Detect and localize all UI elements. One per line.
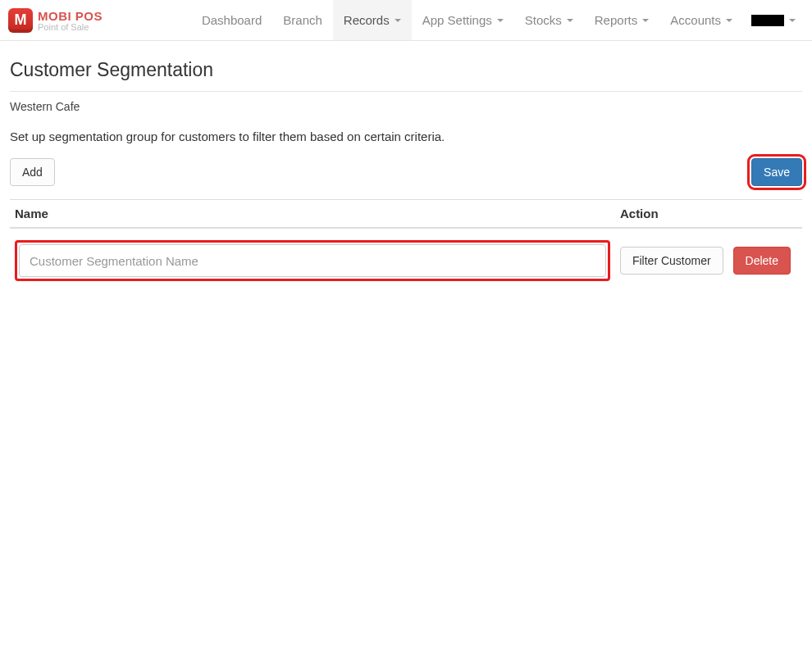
nav-dashboard-label: Dashboard — [202, 13, 262, 27]
brand-badge-icon — [8, 8, 33, 33]
branch-name: Western Cafe — [10, 92, 802, 118]
nav-app-settings-label: App Settings — [422, 13, 492, 27]
brand-tagline: Point of Sale — [38, 23, 103, 31]
col-header-action: Action — [615, 200, 802, 229]
nav-records[interactable]: Records — [333, 0, 412, 40]
caret-down-icon — [726, 19, 732, 22]
nav-reports-label: Reports — [595, 13, 638, 27]
page-description: Set up segmentation group for customers … — [10, 118, 802, 158]
top-navbar: MOBI POS Point of Sale Dashboard Branch … — [0, 0, 812, 41]
caret-down-icon — [497, 19, 504, 22]
nav-app-settings[interactable]: App Settings — [412, 0, 514, 40]
filter-customer-button[interactable]: Filter Customer — [620, 247, 723, 275]
toolbar: Add Save — [10, 158, 802, 199]
nav-links: Dashboard Branch Records App Settings St… — [191, 0, 804, 40]
user-name-redacted — [751, 15, 784, 26]
segmentation-name-highlight — [15, 240, 610, 281]
nav-records-label: Records — [344, 13, 390, 27]
nav-branch-label: Branch — [283, 13, 322, 27]
nav-reports[interactable]: Reports — [584, 0, 660, 40]
user-menu[interactable] — [743, 0, 804, 40]
table-row: Filter Customer Delete — [10, 228, 802, 293]
page-content: Customer Segmentation Western Cafe Set u… — [0, 41, 812, 302]
brand-name: MOBI POS — [38, 9, 103, 23]
delete-button[interactable]: Delete — [733, 247, 791, 275]
brand-logo[interactable]: MOBI POS Point of Sale — [8, 8, 103, 33]
caret-down-icon — [789, 19, 796, 22]
nav-accounts-label: Accounts — [670, 13, 721, 27]
caret-down-icon — [395, 19, 401, 22]
save-button[interactable]: Save — [751, 158, 802, 186]
nav-accounts[interactable]: Accounts — [659, 0, 743, 40]
caret-down-icon — [567, 19, 573, 22]
col-header-name: Name — [10, 200, 615, 229]
nav-dashboard[interactable]: Dashboard — [191, 0, 272, 40]
caret-down-icon — [642, 19, 649, 22]
nav-stocks[interactable]: Stocks — [514, 0, 584, 40]
nav-stocks-label: Stocks — [525, 13, 562, 27]
segmentation-table: Name Action Filter Customer Delete — [10, 199, 802, 293]
nav-branch[interactable]: Branch — [272, 0, 333, 40]
page-title: Customer Segmentation — [10, 51, 802, 91]
segmentation-name-input[interactable] — [19, 244, 606, 277]
add-button[interactable]: Add — [10, 158, 55, 186]
